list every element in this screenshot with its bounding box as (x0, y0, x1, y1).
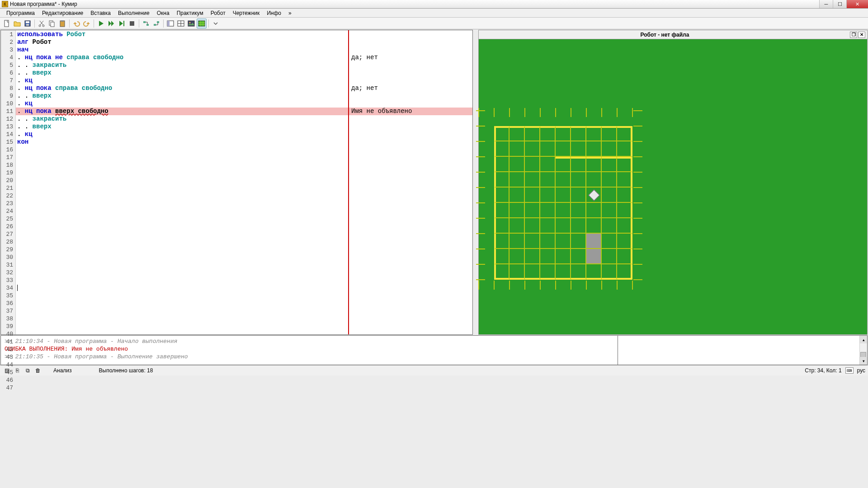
robot-maximize-icon[interactable]: ❐ (850, 32, 857, 38)
robot-cell[interactable] (525, 157, 540, 172)
robot-cell[interactable] (525, 172, 540, 188)
cut-button[interactable] (37, 19, 47, 28)
robot-cell[interactable] (617, 264, 632, 280)
robot-cell[interactable] (509, 172, 525, 188)
menu-вставка[interactable]: Вставка (87, 9, 114, 17)
code-area[interactable]: использовать Роботалг Роботнач. нц пока … (16, 30, 472, 334)
code-line-2[interactable]: алг Робот (16, 38, 472, 46)
robot-cell[interactable] (540, 203, 556, 218)
robot-cell[interactable] (556, 157, 571, 172)
robot-cell[interactable] (617, 218, 632, 234)
code-line-7[interactable]: . кц (16, 77, 472, 84)
layout-grid-button[interactable] (197, 19, 207, 28)
step-button[interactable] (117, 19, 127, 28)
layout-1-button[interactable] (165, 19, 175, 28)
robot-cell[interactable] (540, 141, 556, 157)
robot-cell[interactable] (494, 126, 509, 141)
robot-cell[interactable] (571, 264, 586, 280)
stop-button[interactable] (127, 19, 137, 28)
code-line-9[interactable]: . . вверх (16, 92, 472, 100)
robot-field-canvas[interactable] (478, 39, 868, 335)
robot-cell[interactable] (571, 203, 586, 218)
robot-cell[interactable] (540, 172, 556, 188)
robot-cell[interactable] (602, 157, 617, 172)
robot-cell[interactable] (617, 203, 632, 218)
robot-cell[interactable] (525, 188, 540, 203)
robot-cell[interactable] (556, 249, 571, 264)
robot-cell[interactable] (571, 249, 586, 264)
robot-cell[interactable] (602, 249, 617, 264)
status-tool-2-icon[interactable]: ⎘ (13, 366, 21, 375)
robot-cell[interactable] (509, 126, 525, 141)
code-line-14[interactable]: . кц (16, 131, 472, 138)
console-side-panel[interactable]: ▴ ▾ (618, 335, 868, 365)
robot-cell[interactable] (586, 203, 602, 218)
code-line-1[interactable]: использовать Робот (16, 31, 472, 38)
menu-инфо[interactable]: Инфо (263, 9, 285, 17)
robot-cell[interactable] (494, 157, 509, 172)
new-file-button[interactable] (2, 19, 12, 28)
robot-cell[interactable] (556, 234, 571, 249)
robot-cell[interactable] (540, 264, 556, 280)
robot-cell[interactable] (571, 126, 586, 141)
robot-cell[interactable] (509, 157, 525, 172)
robot-cell[interactable] (525, 249, 540, 264)
robot-cell[interactable] (602, 264, 617, 280)
robot-cell[interactable] (617, 157, 632, 172)
code-line-13[interactable]: . . вверх (16, 123, 472, 131)
robot-cell[interactable] (602, 218, 617, 234)
menu-выполнение[interactable]: Выполнение (114, 9, 153, 17)
code-line-10[interactable]: . кц (16, 100, 472, 108)
robot-cell[interactable] (540, 234, 556, 249)
minimize-button[interactable]: ─ (819, 0, 833, 8)
robot-cell[interactable] (586, 172, 602, 188)
menu-программа[interactable]: Программа (3, 9, 38, 17)
robot-cell[interactable] (571, 157, 586, 172)
robot-cell[interactable] (525, 234, 540, 249)
layout-img-button[interactable] (186, 19, 196, 28)
robot-cell[interactable] (556, 126, 571, 141)
run-fast-button[interactable] (106, 19, 116, 28)
robot-cell[interactable] (571, 141, 586, 157)
robot-cell[interactable] (586, 249, 602, 264)
robot-cell[interactable] (602, 234, 617, 249)
menu-чертежник[interactable]: Чертежник (229, 9, 264, 17)
robot-cell[interactable] (509, 188, 525, 203)
robot-close-icon[interactable]: ✕ (858, 32, 865, 38)
robot-cell[interactable] (602, 188, 617, 203)
robot-cell[interactable] (540, 157, 556, 172)
robot-cell[interactable] (602, 141, 617, 157)
code-line-16[interactable] (16, 146, 472, 154)
robot-cell[interactable] (602, 172, 617, 188)
code-line-3[interactable]: нач (16, 46, 472, 54)
robot-cell[interactable] (509, 203, 525, 218)
menu-окна[interactable]: Окна (153, 9, 173, 17)
robot-cell[interactable] (540, 126, 556, 141)
code-line-5[interactable]: . . закрасить (16, 61, 472, 69)
robot-cell[interactable] (494, 249, 509, 264)
menu-редактирование[interactable]: Редактирование (38, 9, 87, 17)
robot-cell[interactable] (509, 141, 525, 157)
paste-button[interactable] (57, 19, 67, 28)
robot-cell[interactable] (509, 264, 525, 280)
scroll-down-icon[interactable]: ▾ (860, 357, 867, 365)
robot-cell[interactable] (525, 218, 540, 234)
robot-cell[interactable] (586, 157, 602, 172)
code-line-12[interactable]: . . закрасить (16, 115, 472, 123)
status-tool-4-icon[interactable]: 🗑 (34, 366, 42, 375)
robot-cell[interactable] (525, 203, 540, 218)
scrollbar[interactable]: ▴ ▾ (859, 336, 867, 365)
robot-cell[interactable] (556, 188, 571, 203)
robot-cell[interactable] (586, 141, 602, 157)
robot-cell[interactable] (617, 234, 632, 249)
robot-cell[interactable] (556, 264, 571, 280)
code-line-15[interactable]: кон (16, 138, 472, 146)
robot-cell[interactable] (556, 203, 571, 218)
robot-cell[interactable] (540, 218, 556, 234)
robot-cell[interactable] (617, 141, 632, 157)
robot-cell[interactable] (602, 126, 617, 141)
code-line-4[interactable]: . нц пока не справа свободно (16, 54, 472, 61)
robot-cell[interactable] (525, 126, 540, 141)
close-button[interactable]: ✕ (846, 0, 868, 8)
robot-cell[interactable] (540, 249, 556, 264)
